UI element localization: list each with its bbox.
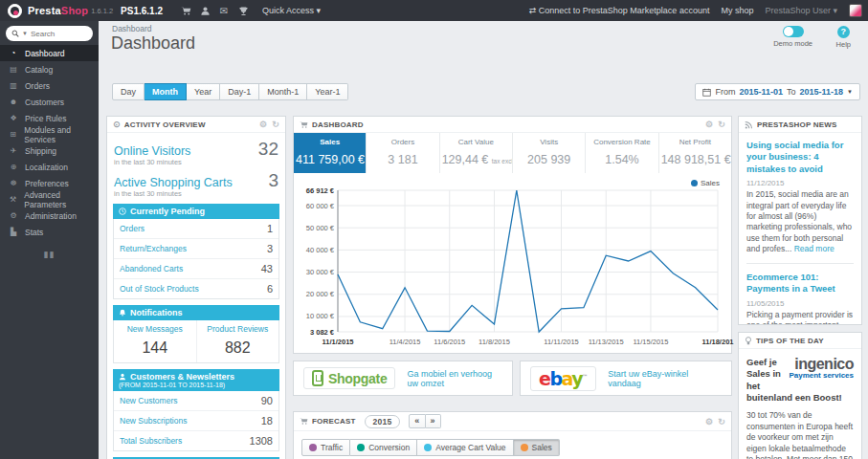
new-customers-row[interactable]: New Customers90 — [114, 391, 278, 410]
sidebar-item-shipping[interactable]: ✈Shipping — [0, 142, 99, 159]
sidebar-item-orders[interactable]: ▥Orders — [0, 77, 99, 94]
shopgate-link[interactable]: Ga mobiel en verhoog uw omzet — [407, 369, 502, 388]
chart-legend[interactable]: Sales — [691, 179, 720, 187]
sidebar-item-localization[interactable]: ⊕Localization — [0, 159, 99, 175]
sales-chart: Sales 3 082 €10 000 €20 000 €30 000 €40 … — [294, 173, 731, 353]
kpi-visits[interactable]: Visits 205 939 — [512, 133, 585, 173]
sidebar-item-advanced-parameters[interactable]: ⚒Advanced Parameters — [0, 191, 99, 208]
preset-month-1[interactable]: Month-1 — [259, 83, 307, 100]
marketplace-link[interactable]: ⇄ Connect to PrestaShop Marketplace acco… — [529, 6, 710, 15]
sidebar-collapse-button[interactable]: ▮▮ — [43, 250, 56, 259]
sidebar-item-administration[interactable]: ⚙Administration — [0, 208, 99, 224]
forecast-traffic-button[interactable]: Traffic — [301, 439, 350, 456]
shopgate-banner[interactable]: Shopgate Ga mobiel en verhoog uw omzet — [293, 361, 513, 396]
out-of-stock-row[interactable]: Out of Stock Products6 — [114, 278, 278, 298]
kpi-sales[interactable]: Sales 411 759,00 € tax excl. — [294, 133, 366, 173]
panel-settings-icon[interactable]: ⚙ — [259, 120, 267, 129]
toggle-icon[interactable] — [783, 26, 804, 37]
customers-table: New Customers90 New Subscriptions18 Tota… — [113, 391, 279, 451]
svg-text:20 000 €: 20 000 € — [306, 290, 335, 298]
panel-refresh-icon[interactable]: ↻ — [272, 120, 279, 129]
user-dropdown[interactable]: PrestaShop User ▾ — [765, 6, 837, 15]
pending-orders-row[interactable]: Orders1 — [114, 219, 278, 238]
date-range-picker[interactable]: From2015-11-01 To2015-11-18 ▼ — [695, 83, 860, 100]
total-subscribers-row[interactable]: Total Subscribers1308 — [114, 430, 278, 450]
panel-refresh-icon[interactable]: ↻ — [718, 417, 725, 426]
cart-icon[interactable] — [176, 5, 195, 16]
preset-year-1[interactable]: Year-1 — [307, 83, 348, 100]
sidebar-item-price-rules[interactable]: ❖Price Rules — [0, 110, 99, 126]
svg-text:3 082 €: 3 082 € — [310, 328, 335, 337]
user-avatar[interactable] — [849, 4, 862, 17]
read-more-link[interactable]: Read more — [794, 244, 835, 253]
quick-access-menu[interactable]: Quick Access ▾ — [262, 6, 321, 15]
cart-icon — [300, 120, 308, 129]
active-carts-link[interactable]: Active Shopping Carts — [114, 176, 233, 189]
kpi-net-profit[interactable]: Net Profit 148 918,51 € tax excl. — [658, 133, 731, 173]
sales-line-chart[interactable]: 3 082 €10 000 €20 000 €30 000 €40 000 €5… — [294, 175, 731, 349]
ebay-banner[interactable]: ebay™ Start uw eBay-winkel vandaag — [520, 361, 732, 396]
forecast-sales-button[interactable]: Sales — [514, 439, 560, 456]
preset-month[interactable]: Month — [145, 83, 187, 100]
activity-overview-panel: ⊙ ACTIVITY OVERVIEW ⚙ ↻ Online Visitors … — [106, 116, 286, 459]
tags-icon: ❖ — [9, 114, 18, 122]
news-article-excerpt: Picking a payment provider is one of the… — [746, 310, 854, 325]
preset-day-1[interactable]: Day-1 — [220, 83, 259, 100]
sidebar-item-catalog[interactable]: ▤Catalog — [0, 61, 99, 77]
sidebar-item-modules[interactable]: ⊞Modules and Services — [0, 126, 99, 142]
forecast-year-pill[interactable]: 2015 — [365, 415, 401, 428]
breadcrumb[interactable]: Dashboard — [112, 24, 152, 33]
kpi-cart-value[interactable]: Cart Value 129,44 € tax excl. — [439, 133, 512, 173]
pending-returns-row[interactable]: Return/Exchanges3 — [114, 238, 278, 258]
forecast-next-button[interactable]: » — [426, 414, 441, 428]
search-input[interactable] — [31, 30, 80, 38]
sidebar-item-dashboard[interactable]: ◔Dashboard — [0, 45, 99, 61]
sidebar-search[interactable]: ▼ — [6, 26, 93, 41]
mail-icon[interactable]: ✉ — [214, 6, 234, 16]
forecast-prev-button[interactable]: « — [409, 414, 425, 428]
online-visitors-link[interactable]: Online Visitors — [114, 144, 190, 158]
ebay-link[interactable]: Start uw eBay-winkel vandaag — [608, 369, 722, 388]
book-icon: ▤ — [9, 65, 18, 74]
svg-text:11/18/201: 11/18/201 — [702, 338, 734, 346]
forecast-conversion-button[interactable]: Conversion — [350, 439, 417, 456]
svg-text:11/15/2015: 11/15/2015 — [633, 338, 668, 346]
preset-year[interactable]: Year — [187, 83, 220, 100]
panel-settings-icon[interactable]: ⚙ — [705, 120, 713, 129]
main-content: Dashboard Dashboard Demo mode ? Help Day… — [99, 21, 868, 459]
preset-day[interactable]: Day — [112, 83, 145, 100]
forecast-avg-cart-button[interactable]: Average Cart Value — [417, 439, 513, 456]
svg-text:11/6/2015: 11/6/2015 — [434, 338, 465, 346]
new-messages-cell[interactable]: New Messages 144 — [114, 320, 196, 362]
target-icon: ⊙ — [113, 120, 121, 129]
panel-refresh-icon[interactable]: ↻ — [718, 120, 725, 129]
group-icon: ☻ — [9, 98, 18, 106]
cogs-icon: ⚒ — [9, 195, 17, 204]
kpi-orders[interactable]: Orders 3 181 — [366, 133, 438, 173]
bar-chart-icon: ▙ — [9, 228, 18, 236]
notifications-table: New Messages 144 Product Reviews 882 — [113, 320, 279, 363]
svg-text:50 000 €: 50 000 € — [306, 224, 335, 232]
search-scope-caret-icon[interactable]: ▼ — [22, 31, 28, 36]
product-reviews-cell[interactable]: Product Reviews 882 — [196, 320, 279, 362]
trophy-icon[interactable] — [234, 5, 253, 16]
prestashop-logo-icon[interactable] — [8, 4, 22, 18]
kpi-conversion-rate[interactable]: Conversion Rate 1.54% — [585, 133, 657, 173]
new-subscriptions-row[interactable]: New Subscriptions18 — [114, 410, 278, 430]
panel-settings-icon[interactable]: ⚙ — [705, 417, 713, 426]
my-shop-link[interactable]: My shop — [721, 6, 753, 15]
tip-content[interactable]: ingenico Payment services Geef je Sales … — [739, 349, 861, 459]
online-visitors-value: 32 — [258, 139, 278, 160]
user-icon[interactable] — [195, 5, 214, 16]
sidebar-item-stats[interactable]: ▙Stats — [0, 224, 99, 240]
news-article-title[interactable]: Using social media for your business: 4 … — [746, 140, 854, 175]
gauge-icon: ◔ — [9, 49, 18, 57]
help-button[interactable]: ? Help — [836, 26, 851, 49]
news-article-title[interactable]: Ecommerce 101: Payments in a Tweet — [746, 272, 854, 295]
sidebar-item-preferences[interactable]: ☸Preferences — [0, 175, 99, 191]
sidebar-item-customers[interactable]: ☻Customers — [0, 94, 99, 110]
demo-mode-toggle[interactable]: Demo mode — [773, 26, 812, 48]
tip-body: 30 tot 70% van de consumenten in Europa … — [746, 410, 854, 459]
abandoned-carts-row[interactable]: Abandoned Carts43 — [114, 258, 278, 278]
brand-name[interactable]: PrestaShop — [28, 5, 88, 16]
